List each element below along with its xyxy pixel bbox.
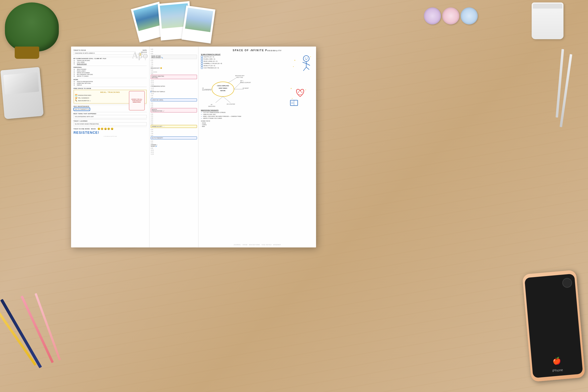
svg-line-8 — [223, 96, 230, 103]
meal-2-text: PB+J SANDWICH — [78, 97, 89, 99]
running-figure-svg: ✦ ✦ ✦ — [292, 54, 314, 78]
today-one-word-section: TODAY IN ONE WORD MOOD: 😐 😊 😄 😢 😮 RESIST… — [74, 128, 147, 134]
event-therapy: GO TO THERAPY! — [151, 136, 197, 140]
workout-item: DEADL.FT (10 × 3) — [201, 65, 287, 67]
washi-tape-rolls — [424, 7, 478, 24]
personal-label: PERSONAL — [74, 67, 147, 68]
svg-line-24 — [302, 62, 306, 64]
washi-2 — [442, 7, 460, 24]
copyright-left: © 2019 ANGELICA IPPOLCAD — [74, 136, 147, 137]
workout-title: 30 MIN STRENGTH CIRCUIT — [201, 54, 287, 55]
svg-line-7 — [216, 96, 223, 103]
svg-text:RESOURCEFUL: RESOURCEFUL — [202, 89, 212, 91]
time-column-header: 5:00 — [151, 48, 197, 50]
plant-decoration — [0, 0, 68, 59]
svg-text:I'M: I'M — [202, 88, 204, 89]
washi-3 — [460, 7, 478, 24]
lunch-icon: 🥪 — [75, 97, 78, 99]
svg-text:I HAVE COMPLETED: I HAVE COMPLETED — [217, 85, 229, 86]
decorative-letter: Aβφ — [132, 51, 148, 60]
todays-focus-value: CHECKING IN WITH ARMO ♥ — [74, 52, 136, 55]
best-thing-value: VOLUNTEERING WITH ART — [74, 115, 147, 118]
mood-icons: 😐 😊 😄 😢 😮 — [98, 128, 114, 130]
time-slot-800pm: 8:00 GO TO THERAPY! — [151, 135, 197, 140]
time-slot-300: 3:00 HEALTHPRESENTATION! 📈 — [151, 106, 197, 113]
free-space-section: FREE SPACE TO GROW MEAL TRACKING 🌅 BANAN… — [74, 88, 147, 104]
checkbox-calf — [201, 67, 203, 69]
work-section: WORK 30 HEALTH PRESENTATION 40 $ MEETING… — [74, 79, 147, 86]
planner-paper: TODAY'S FOCUS CHECKING IN WITH ARMO ♥ DA… — [71, 46, 316, 248]
some-for-item-2: - CAROL — [201, 124, 287, 126]
event-unwind: UNWIND +SLEEP 💤 — [151, 144, 197, 147]
time-slot-900pm: 9:00 UNWIND +SLEEP 💤 — [151, 142, 197, 147]
planner-left-column: TODAY'S FOCUS CHECKING IN WITH ARMO ♥ DA… — [71, 46, 150, 248]
meditation-section: MEDITATION THOUGHTS — CUT OUT UNNECESSAR… — [201, 110, 287, 119]
svg-point-20 — [303, 56, 309, 62]
svg-text:✦: ✦ — [290, 88, 292, 90]
workout-item: PLANK (1 MIN × 3) — [201, 58, 287, 60]
time-slot-600pm: 6:00 DINNER W/ ART! 🍽️ — [151, 123, 197, 128]
dinner-icon: 🌯 — [75, 100, 78, 102]
right-content-left: 30 MIN STRENGTH CIRCUIT SQUATS (10 × 3) … — [201, 54, 287, 128]
task-item: 30 WRITE TY CARDS — [74, 76, 147, 77]
time-slot-600: 6:00 WAKE UP ANDWALK DOGES! 🐾 — [151, 53, 197, 59]
svg-point-0 — [212, 82, 234, 96]
event-emails: KNOCK OUT EMAILS — [151, 91, 197, 92]
space-column: SPACE OF iNFINITE Possibility 30 MIN STR… — [198, 46, 316, 248]
svg-line-9 — [228, 77, 238, 83]
time-schedule-column: 5:00 5:30 6:00 WAKE UP ANDWALK DOGES! 🐾 … — [150, 46, 198, 248]
task-item: 30 WALK DOGES! — [74, 68, 147, 70]
time-slot-800: 8:00 BREAKFAST! 😊 — [151, 66, 197, 69]
time-slot-1100: 11:00 A SUMMARISE NOTES — [151, 84, 197, 87]
event-summarise: A SUMMARISE NOTES — [151, 86, 197, 87]
photo-3 — [182, 6, 215, 43]
event-dinner-art: DINNER W/ ART! 🍽️ — [151, 125, 197, 128]
svg-line-27 — [306, 67, 309, 70]
event-wake-up: WAKE UP ANDWALK DOGES! 🐾 — [151, 55, 197, 59]
checkbox-dumbbell — [201, 62, 203, 64]
svg-text:REASONS WHY: REASONS WHY — [235, 75, 244, 76]
svg-text:✦: ✦ — [292, 98, 293, 99]
meditation-item-3: — MOM + DAD WON'T BE HERE FOREVER — CHER… — [201, 116, 287, 117]
workout-item: DUMBBELL C.RCLES (16 × 8) — [201, 62, 287, 64]
mood-label: MOOD: — [91, 128, 96, 130]
svg-line-25 — [306, 64, 310, 66]
event-lunch-carol: LUNCH W/ CAROL — [151, 98, 197, 102]
svg-text:✦: ✦ — [310, 56, 311, 58]
checkbox-deadlift — [201, 65, 203, 67]
task-item: 15 PACK LUNCH — [74, 70, 147, 72]
some-for-label: SOME FOR ♥ — [201, 120, 287, 122]
today-one-word-value: RESISTENCE! — [74, 130, 147, 134]
svg-point-21 — [305, 58, 306, 58]
stapler — [0, 67, 44, 119]
event-breakfast: BREAKFAST! 😊 — [151, 67, 197, 69]
time-slot-930: 9:30 FINANCE MEETINGWITH BILL — [151, 73, 197, 80]
apple-logo-icon: 🍎 — [552, 356, 562, 365]
checkbox-squats — [201, 56, 203, 58]
pens-left — [20, 318, 105, 368]
svg-point-22 — [307, 58, 308, 58]
svg-text:✦: ✦ — [293, 66, 294, 68]
workout-section: 30 MIN STRENGTH CIRCUIT SQUATS (10 × 3) … — [201, 54, 287, 69]
time-slot-130: 1:30 LUNCH W/ CAROL — [151, 97, 197, 102]
today-one-word-label: TODAY IN ONE WORD — [74, 128, 90, 130]
some-for-item-1: - SAGE — [201, 122, 287, 124]
task-item: 30 EMAILS — [74, 84, 147, 86]
svg-line-26 — [303, 67, 306, 71]
task-item: 15 BUY PRESENT FOR DAD — [74, 74, 147, 75]
svg-point-31 — [298, 92, 299, 92]
plant-leaves — [5, 2, 59, 52]
self-maintenance-value: GO TO THERAPY! ♥ — [74, 108, 90, 111]
checkbox-plank — [201, 58, 203, 60]
svg-text:I'M A FIGHTER: I'M A FIGHTER — [226, 104, 235, 105]
free-space-label: FREE SPACE TO GROW — [74, 88, 147, 89]
meditation-item-2: — UNPLUG 1HR / DAY — [201, 114, 287, 115]
svg-text:HARD THINGS: HARD THINGS — [219, 88, 227, 89]
todays-focus-label: TODAY'S FOCUS — [74, 50, 136, 51]
cup — [532, 2, 564, 39]
some-for-section: SOME FOR ♥ - SAGE - CAROL - BEN — [201, 120, 287, 127]
svg-text:✦: ✦ — [294, 59, 296, 62]
hooray-text: HOORAY FOR ALL YOUR HEALTHY ENDEAVORS! — [130, 98, 144, 103]
svg-text:ART +: ART + — [240, 80, 244, 82]
task-item: 20 CALL ARMO — [74, 62, 147, 63]
